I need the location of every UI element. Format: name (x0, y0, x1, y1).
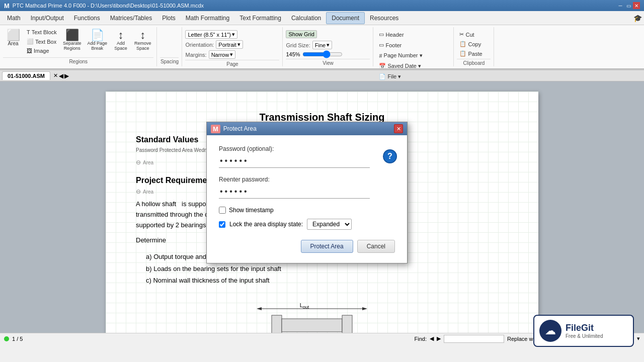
help-icon[interactable]: ? (383, 149, 397, 163)
title-bar-controls[interactable]: ─ ▭ ✕ (617, 2, 640, 9)
protect-area-dialog: M Protect Area ✕ Password (optional): ? (206, 122, 408, 263)
password-input[interactable] (219, 154, 370, 168)
dialog-close-button[interactable]: ✕ (394, 124, 403, 133)
title-text: PTC Mathcad Prime 4.0 F000 - D:\Users\ti… (13, 3, 204, 9)
ribbon-group-view: Show Grid Grid Size: Fine ▾ 145% View (283, 27, 373, 66)
spacing-group-label: Spacing (160, 57, 179, 65)
find-input[interactable] (444, 335, 504, 343)
addpage-icon: 📄 (91, 30, 104, 41)
footer-btn[interactable]: ▭ Footer (376, 41, 404, 49)
show-timestamp-checkbox[interactable] (219, 207, 226, 214)
removespace-icon: ↕ (140, 30, 145, 41)
regions-group-label: Regions (3, 57, 153, 65)
menu-math-formatting[interactable]: Math Formatting (181, 13, 234, 24)
filegit-text: FileGit Free & Unlimited (566, 323, 603, 333)
paper-size-dropdown[interactable]: Letter (8.5" x 11") ▾ (185, 30, 237, 39)
footer-icon: ▭ (379, 42, 384, 48)
restore-btn[interactable]: ▭ (625, 2, 632, 9)
tab-close-icon[interactable]: ✕ (53, 72, 58, 79)
cancel-button[interactable]: Cancel (357, 240, 395, 253)
help-icon[interactable]: 🎓 (633, 14, 642, 22)
add-page-break-btn[interactable]: 📄 Add PageBreak (85, 28, 110, 52)
textbox-icon: ⬜ (27, 38, 34, 45)
chevron-down-icon: ▾ (232, 31, 235, 38)
file-btn[interactable]: 📄 File ▾ (376, 72, 404, 81)
lock-state-select[interactable]: Expanded Collapsed (307, 219, 352, 230)
separate-regions-btn[interactable]: ⬛ SeparateRegions (60, 28, 84, 52)
margins-dropdown[interactable]: Narrow ▾ (209, 50, 235, 59)
menu-text-formatting[interactable]: Text Formatting (234, 13, 286, 24)
tab-arrow-right-icon[interactable]: ▶ (64, 72, 69, 79)
document-scroll-area[interactable]: Transmission Shaft Sizing Standard Value… (0, 81, 644, 333)
page-number-icon: # (379, 53, 382, 59)
find-nav-left-icon[interactable]: ◀ (430, 335, 434, 342)
page-indicator: 1 / 5 (4, 336, 23, 342)
page-group-label: Page (185, 60, 279, 68)
cut-icon: ✂ (459, 31, 464, 38)
options-chevron-icon[interactable]: ▾ (637, 335, 640, 342)
chevron-down-icon: ▾ (327, 42, 330, 48)
page-number-btn[interactable]: # Page Number ▾ (376, 51, 425, 60)
area-icon: ⬜ (7, 30, 20, 41)
clipboard-label: Clipboard (457, 59, 491, 67)
protect-area-button[interactable]: Protect Area (301, 240, 353, 253)
text-block-btn[interactable]: T Text Block (24, 28, 59, 36)
text-box-btn[interactable]: ⬜ Text Box (24, 37, 59, 46)
menu-resources[interactable]: Resources (365, 13, 404, 24)
lock-state-row: Lock the area display state: Expanded Co… (219, 219, 395, 230)
dialog-mathcad-icon: M (211, 125, 220, 133)
textblock-icon: T (27, 29, 30, 35)
orientation-dropdown[interactable]: Portrait ▾ (216, 40, 243, 49)
view-group-label: View (286, 59, 370, 67)
dialog-buttons: Protect Area Cancel (219, 240, 395, 253)
zoom-slider[interactable] (302, 51, 343, 58)
ribbon-group-spacing: Spacing (157, 27, 182, 66)
ribbon-group-clipboard: ✂ Cut 📋 Copy 📋 Paste Clipboard (454, 27, 494, 66)
area-label: Area (8, 41, 18, 46)
ribbon-group-headers-footers: ▭ Header ▭ Footer # Page Number ▾ 📅 Save… (373, 27, 454, 66)
show-grid-btn[interactable]: Show Grid (286, 30, 316, 38)
ribbon-content: ⬜ Area T Text Block ⬜ Text Box 🖼 Image (0, 25, 644, 69)
menu-input-output[interactable]: Input/Output (26, 13, 69, 24)
show-timestamp-label: Show timestamp (229, 207, 274, 214)
cut-btn[interactable]: ✂ Cut (457, 30, 476, 39)
doc-tab-main[interactable]: 01-51000.ASM (2, 71, 50, 80)
area-btn[interactable]: ⬜ Area (3, 28, 23, 48)
saved-date-btn[interactable]: 📅 Saved Date ▾ (376, 62, 424, 70)
menu-calculation[interactable]: Calculation (286, 13, 326, 24)
separate-icon: ⬛ (65, 30, 79, 41)
remove-space-btn[interactable]: ↕ RemoveSpace (132, 28, 154, 52)
menu-math[interactable]: Math (2, 13, 26, 24)
lock-state-label: Lock the area display state: (229, 221, 303, 228)
lock-state-checkbox[interactable] (219, 221, 225, 228)
filegit-name: FileGit (566, 323, 603, 333)
grid-size-dropdown[interactable]: Fine ▾ (312, 41, 332, 49)
paste-btn[interactable]: 📋 Paste (457, 49, 485, 58)
header-icon: ▭ (379, 31, 384, 38)
dialog-body: Password (optional): ? Reenter password:… (207, 135, 407, 263)
filegit-watermark: ☁ FileGit Free & Unlimited (533, 315, 634, 333)
password-label: Password (optional): (219, 145, 395, 152)
ribbon-group-regions: ⬜ Area T Text Block ⬜ Text Box 🖼 Image (0, 27, 157, 66)
status-dot (4, 336, 9, 341)
dialog-title-text: Protect Area (223, 125, 257, 132)
header-btn[interactable]: ▭ Header (376, 30, 406, 39)
menu-functions[interactable]: Functions (69, 13, 105, 24)
addspace-icon: ↕ (118, 30, 123, 41)
menu-matrices[interactable]: Matrices/Tables (105, 13, 157, 24)
reenter-input[interactable] (219, 185, 370, 199)
menu-document[interactable]: Document (326, 12, 365, 24)
title-bar-left: M PTC Mathcad Prime 4.0 F000 - D:\Users\… (4, 2, 204, 10)
saved-date-icon: 📅 (379, 63, 386, 69)
copy-btn[interactable]: 📋 Copy (457, 40, 484, 48)
menu-plots[interactable]: Plots (157, 13, 181, 24)
tab-arrow-left-icon[interactable]: ◀ (59, 72, 63, 79)
find-nav-right-icon[interactable]: ▶ (437, 335, 441, 342)
close-btn[interactable]: ✕ (633, 2, 640, 9)
file-icon: 📄 (379, 73, 386, 80)
paste-icon: 📋 (459, 50, 466, 57)
add-space-btn[interactable]: ↕ AddSpace (111, 28, 131, 52)
image-btn[interactable]: 🖼 Image (24, 47, 59, 55)
minimize-btn[interactable]: ─ (617, 2, 624, 9)
doc-tab-bar: 01-51000.ASM ✕ ◀ ▶ (0, 70, 644, 81)
